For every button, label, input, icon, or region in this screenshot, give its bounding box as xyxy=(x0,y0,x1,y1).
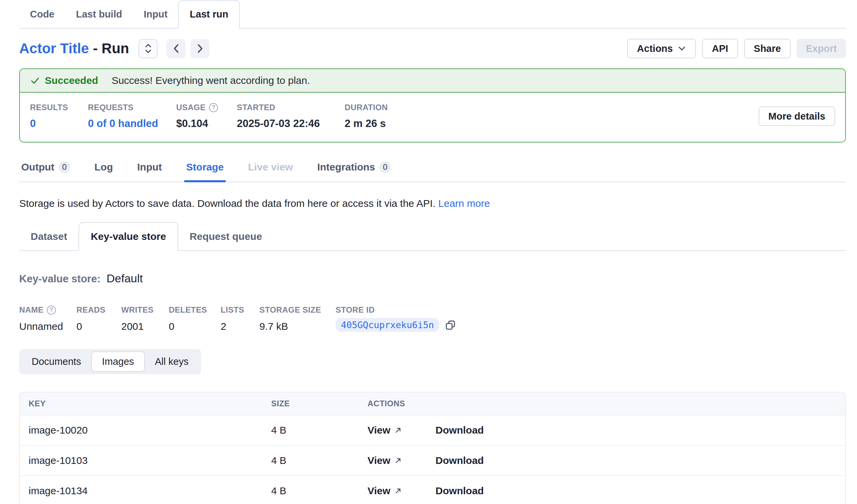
run-stats: RESULTS 0 REQUESTS 0 of 0 handled USAGE … xyxy=(20,93,845,142)
kv-stat-reads-label: READS xyxy=(77,305,121,315)
actions-button[interactable]: Actions xyxy=(627,39,696,58)
kv-stat-name: NAME ? Unnamed xyxy=(19,305,77,332)
tab-last-build[interactable]: Last build xyxy=(65,1,133,28)
more-details-button[interactable]: More details xyxy=(759,106,835,126)
view-link[interactable]: View xyxy=(368,424,402,436)
copy-icon[interactable] xyxy=(445,319,456,331)
filter-images[interactable]: Images xyxy=(91,351,145,372)
previous-run-button[interactable] xyxy=(166,39,186,58)
kv-stat-storage-size: STORAGE SIZE 9.7 kB xyxy=(259,305,336,332)
run-selector-button[interactable] xyxy=(138,39,158,58)
kv-stat-writes-value: 2001 xyxy=(121,321,169,332)
row-actions: View Download xyxy=(368,424,837,436)
more-details-label: More details xyxy=(768,111,825,122)
store-type-tabs: Dataset Key-value store Request queue xyxy=(19,222,846,251)
stat-started-value: 2025-07-03 22:46 xyxy=(237,118,345,130)
kv-stat-writes: WRITES 2001 xyxy=(121,305,169,332)
view-link[interactable]: View xyxy=(368,485,402,497)
keys-table-header: KEY SIZE ACTIONS xyxy=(20,392,845,415)
stat-started-label: STARTED xyxy=(237,103,345,112)
help-icon[interactable]: ? xyxy=(47,306,56,315)
kv-stat-deletes-label: DELETES xyxy=(169,305,221,315)
tab-dataset[interactable]: Dataset xyxy=(19,223,79,250)
storage-description-text: Storage is used by Actors to save data. … xyxy=(19,198,436,209)
tab-run-input[interactable]: Input xyxy=(135,157,164,182)
kv-stat-lists-label: LISTS xyxy=(221,305,259,315)
stat-started: STARTED 2025-07-03 22:46 xyxy=(237,103,345,130)
kv-store-stats: NAME ? Unnamed READS 0 WRITES 2001 DELET… xyxy=(19,305,846,332)
api-button[interactable]: API xyxy=(702,39,738,58)
share-button-label: Share xyxy=(754,43,781,54)
column-actions: ACTIONS xyxy=(368,399,837,408)
download-link[interactable]: Download xyxy=(436,455,484,466)
stat-requests-value[interactable]: 0 of 0 handled xyxy=(88,118,176,130)
kv-stat-lists: LISTS 2 xyxy=(221,305,259,332)
stat-requests-label: REQUESTS xyxy=(88,103,176,112)
title-row: Actor Title- Run xyxy=(19,39,846,58)
kv-store-name: Default xyxy=(106,272,143,285)
column-key: KEY xyxy=(29,399,271,408)
view-link-label: View xyxy=(368,485,390,497)
row-size: 4 B xyxy=(271,424,368,436)
tab-integrations-label: Integrations xyxy=(317,162,375,173)
run-detail-tabs: Output 0 Log Input Storage Live view Int… xyxy=(19,157,846,182)
api-button-label: API xyxy=(712,43,728,54)
tab-request-queue[interactable]: Request queue xyxy=(178,223,273,250)
kv-stat-storage-size-label: STORAGE SIZE xyxy=(259,305,336,315)
stat-usage-label-text: USAGE xyxy=(176,103,205,112)
store-id-value[interactable]: 405GQcuprxeku6i5n xyxy=(336,318,439,332)
external-link-icon xyxy=(394,457,402,464)
stat-duration: DURATION 2 m 26 s xyxy=(345,103,419,130)
kv-stat-lists-value: 2 xyxy=(221,321,259,332)
kv-stat-store-id: STORE ID 405GQcuprxeku6i5n xyxy=(336,305,456,332)
stat-usage-label: USAGE ? xyxy=(176,103,237,112)
tab-log[interactable]: Log xyxy=(92,157,115,182)
stat-requests: REQUESTS 0 of 0 handled xyxy=(88,103,176,130)
view-link[interactable]: View xyxy=(368,455,402,466)
keys-table: KEY SIZE ACTIONS image-10020 4 B View Do… xyxy=(19,392,846,504)
kv-stat-name-label: NAME ? xyxy=(19,305,77,315)
actions-button-label: Actions xyxy=(637,43,673,54)
tab-output[interactable]: Output 0 xyxy=(19,157,72,182)
table-row: image-10103 4 B View Download xyxy=(20,445,845,475)
tab-storage-label: Storage xyxy=(186,162,224,173)
table-row: image-10134 4 B View Download xyxy=(20,475,845,504)
run-suffix: - Run xyxy=(93,40,129,56)
share-button[interactable]: Share xyxy=(744,39,791,58)
row-actions: View Download xyxy=(368,485,837,497)
actor-title-link[interactable]: Actor Title xyxy=(19,40,89,56)
filter-all-keys[interactable]: All keys xyxy=(145,352,199,371)
kv-stat-deletes: DELETES 0 xyxy=(169,305,221,332)
tab-integrations[interactable]: Integrations 0 xyxy=(315,157,393,182)
external-link-icon xyxy=(394,487,402,494)
filter-documents[interactable]: Documents xyxy=(21,352,91,371)
row-key: image-10103 xyxy=(29,455,271,466)
help-icon[interactable]: ? xyxy=(209,103,218,112)
chevron-left-icon xyxy=(172,43,180,54)
kv-stat-storage-size-value: 9.7 kB xyxy=(259,321,336,332)
tab-storage[interactable]: Storage xyxy=(184,157,226,182)
run-status-card: Succeeded Success! Everything went accor… xyxy=(19,68,846,142)
check-icon xyxy=(30,75,40,86)
stat-results-label: RESULTS xyxy=(30,103,88,112)
tab-output-label: Output xyxy=(21,162,54,173)
tab-code[interactable]: Code xyxy=(19,1,65,28)
stat-results: RESULTS 0 xyxy=(30,103,88,130)
row-size: 4 B xyxy=(271,485,368,497)
stat-results-value[interactable]: 0 xyxy=(30,118,88,130)
learn-more-link[interactable]: Learn more xyxy=(438,198,490,209)
tab-input[interactable]: Input xyxy=(133,1,178,28)
tab-last-run[interactable]: Last run xyxy=(178,0,239,29)
download-link[interactable]: Download xyxy=(436,485,484,497)
output-count-badge: 0 xyxy=(58,162,70,173)
kv-stat-reads: READS 0 xyxy=(77,305,121,332)
status-banner: Succeeded Success! Everything went accor… xyxy=(20,69,845,93)
download-link[interactable]: Download xyxy=(436,424,484,436)
external-link-icon xyxy=(394,426,402,434)
kv-store-label: Key-value store: xyxy=(19,273,100,285)
download-link-label: Download xyxy=(436,424,484,436)
row-size: 4 B xyxy=(271,455,368,466)
tab-key-value-store[interactable]: Key-value store xyxy=(79,222,178,251)
stat-usage-value: $0.104 xyxy=(176,118,237,130)
next-run-button[interactable] xyxy=(190,39,209,58)
